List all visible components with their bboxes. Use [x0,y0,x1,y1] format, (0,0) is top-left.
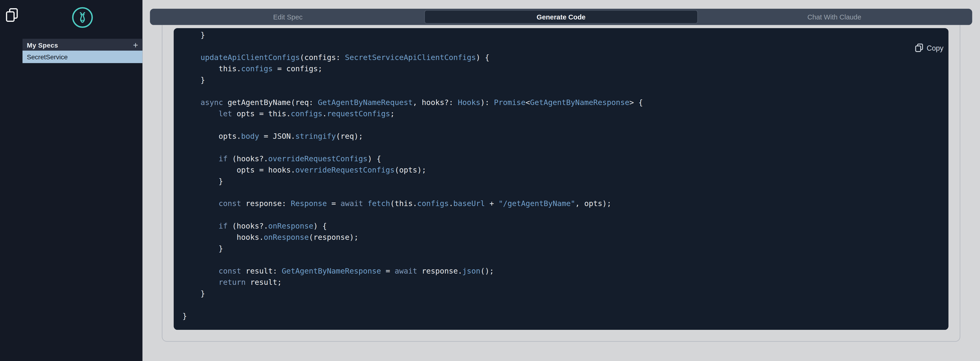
code-line: } [182,176,942,187]
add-spec-button[interactable]: + [133,40,138,49]
code-line: } [182,311,942,322]
content-card: Copy } updateApiClientConfigs(configs: S… [162,16,960,342]
code-panel[interactable]: Copy } updateApiClientConfigs(configs: S… [174,28,948,330]
code-line: } [182,288,942,299]
specs-header-title: My Specs [27,41,58,49]
code-line [182,41,942,52]
code-line: this.configs = configs; [182,63,942,74]
code-line: } [182,243,942,254]
tab-edit-spec[interactable]: Edit Spec [151,10,424,24]
copy-button[interactable]: Copy [915,43,943,52]
sidebar: My Specs + SecretService [0,0,143,361]
dna-logo-icon [71,6,94,29]
code-line: } [182,74,942,86]
code-content: } updateApiClientConfigs(configs: Secret… [174,28,948,329]
specs-header: My Specs + [22,39,143,51]
main-area: Edit SpecGenerate CodeChat With Claude C… [143,0,980,361]
code-line: async getAgentByName(req: GetAgentByName… [182,97,942,108]
app-root: My Specs + SecretService Edit SpecGenera… [0,0,980,361]
code-line [182,209,942,221]
pages-icon[interactable] [5,8,19,22]
code-line: } [182,29,942,41]
code-line: return result; [182,277,942,288]
code-line [182,86,942,97]
tab-bar: Edit SpecGenerate CodeChat With Claude [150,9,972,25]
spec-item-secretservice[interactable]: SecretService [22,51,143,63]
code-line: hooks.onResponse(response); [182,232,942,243]
spec-list: SecretService [22,51,143,63]
app-logo [22,6,143,29]
code-line [182,187,942,198]
code-line [182,119,942,130]
code-line: const result: GetAgentByNameResponse = a… [182,266,942,277]
code-line: opts = hooks.overrideRequestConfigs(opts… [182,164,942,176]
code-line: if (hooks?.overrideRequestConfigs) { [182,153,942,164]
code-line: updateApiClientConfigs(configs: SecretSe… [182,52,942,63]
code-line: let opts = this.configs.requestConfigs; [182,108,942,119]
code-line: opts.body = JSON.stringify(req); [182,130,942,142]
code-line [182,142,942,153]
copy-icon [915,43,923,52]
code-line: if (hooks?.onResponse) { [182,221,942,232]
code-line [182,299,942,311]
code-line [182,254,942,266]
tab-chat-with-claude[interactable]: Chat With Claude [698,10,971,24]
copy-label: Copy [927,44,943,52]
code-line: const response: Response = await fetch(t… [182,198,942,209]
tab-generate-code[interactable]: Generate Code [424,10,697,24]
